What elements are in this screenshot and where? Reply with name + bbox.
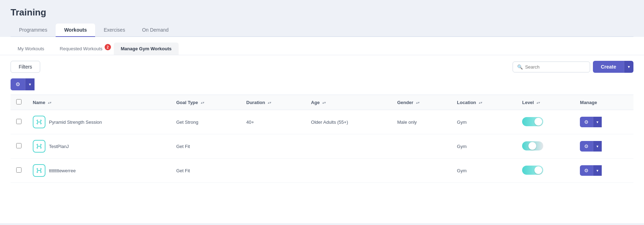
row-2-gender [391,134,451,159]
row-2-goal-type: Get Fit [171,134,241,159]
settings-dropdown-button[interactable]: ▾ [25,78,35,90]
filters-button[interactable]: Filters [11,61,40,73]
create-dropdown-button[interactable]: ▾ [624,61,633,73]
header-level: Level ▴▾ [516,95,574,110]
sort-goal-type-icon[interactable]: ▴▾ [201,101,204,104]
sort-level-icon[interactable]: ▴▾ [537,101,540,104]
header-gender: Gender ▴▾ [391,95,451,110]
row-1-level-cell [516,110,574,134]
page-header: Training Programmes Workouts Exercises O… [0,0,644,37]
row-checkbox-cell [11,110,27,134]
tab-workouts[interactable]: Workouts [56,24,95,37]
table-section: Name ▴▾ Goal Type ▴▾ Duration ▴▾ Age [0,95,644,183]
row-3-gender [391,159,451,183]
settings-row: ⚙ ▾ [0,78,644,95]
row-1-name-cell: Pyramid Strength Session [27,110,171,134]
settings-button[interactable]: ⚙ [11,78,25,90]
sort-name-icon[interactable]: ▴▾ [48,101,51,104]
subtab-manage-gym-workouts[interactable]: Manage Gym Workouts [114,43,179,55]
row-3-settings-group: ⚙ ▾ [580,165,628,176]
tab-exercises[interactable]: Exercises [95,24,134,37]
header-goal-type: Goal Type ▴▾ [171,95,241,110]
table-body: Pyramid Strength Session Get Strong 40+ … [11,110,633,183]
gear-icon: ⚙ [16,81,20,87]
sub-tabs: My Workouts Requested Workouts 2 Manage … [0,37,644,55]
requested-workouts-badge: 2 [105,44,111,50]
row-2-toggle[interactable] [522,141,543,150]
page-wrapper: Training Programmes Workouts Exercises O… [0,0,644,225]
row-1-location: Gym [451,110,516,134]
toolbar-left: Filters [11,61,40,73]
settings-button-group: ⚙ ▾ [11,78,633,90]
subtab-my-workouts[interactable]: My Workouts [11,43,51,55]
row-3-manage-cell: ⚙ ▾ [574,159,633,183]
row-3-level-cell [516,159,574,183]
create-button[interactable]: Create [593,61,624,73]
row-3-settings-button[interactable]: ⚙ [580,165,593,176]
workouts-table: Name ▴▾ Goal Type ▴▾ Duration ▴▾ Age [11,95,633,183]
header-manage: Manage [574,95,633,110]
create-button-group: Create ▾ [593,61,633,73]
row-3-name: ttttttttewerree [49,168,76,173]
toolbar: Filters 🔍 Create ▾ [0,55,644,78]
row-2-settings-button[interactable]: ⚙ [580,141,593,152]
search-box: 🔍 [513,62,590,72]
row-1-name: Pyramid Strength Session [49,120,102,125]
sort-age-icon[interactable]: ▴▾ [322,101,326,104]
sort-location-icon[interactable]: ▴▾ [479,101,482,104]
row-3-age [305,159,392,183]
chevron-down-icon: ▾ [628,64,630,69]
table-row: TestPlanJ Get Fit Gym [11,134,633,159]
row-2-manage-cell: ⚙ ▾ [574,134,633,159]
row-2-chevron-icon: ▾ [596,144,599,148]
row-2-checkbox[interactable] [16,143,21,148]
row-1-toggle[interactable] [522,117,543,126]
sort-gender-icon[interactable]: ▴▾ [416,101,420,104]
row-1-gender: Male only [391,110,451,134]
row-1-settings-button[interactable]: ⚙ [580,117,593,127]
row-2-location: Gym [451,134,516,159]
row-3-duration [241,159,305,183]
sort-duration-icon[interactable]: ▴▾ [268,101,271,104]
table-header-row: Name ▴▾ Goal Type ▴▾ Duration ▴▾ Age [11,95,633,110]
subtab-requested-workouts[interactable]: Requested Workouts 2 [53,43,112,55]
page-title: Training [11,7,633,18]
row-3-workout-icon [33,164,45,177]
row-1-settings-dropdown[interactable]: ▾ [593,117,602,127]
row-3-toggle[interactable] [522,166,543,175]
tab-ondemand[interactable]: On Demand [134,24,177,37]
row-1-checkbox[interactable] [16,119,21,124]
header-checkbox-cell [11,95,27,110]
row-1-toggle-thumb [534,118,542,126]
row-3-gear-icon: ⚙ [584,168,589,173]
row-2-workout-icon [33,140,45,153]
table-row: Pyramid Strength Session Get Strong 40+ … [11,110,633,134]
main-tabs: Programmes Workouts Exercises On Demand [11,24,633,37]
table-row: ttttttttewerree Get Fit Gym [11,159,633,183]
row-3-checkbox[interactable] [16,167,21,173]
search-input[interactable] [525,64,586,70]
row-1-manage-cell: ⚙ ▾ [574,110,633,134]
row-1-gear-icon: ⚙ [584,119,589,125]
select-all-checkbox[interactable] [16,99,21,104]
row-2-name-cell: TestPlanJ [27,134,171,159]
row-3-settings-dropdown[interactable]: ▾ [593,165,602,176]
row-2-name: TestPlanJ [49,144,69,149]
row-2-settings-dropdown[interactable]: ▾ [593,141,602,152]
row-2-toggle-thumb [528,142,536,150]
row-checkbox-cell [11,159,27,183]
row-3-location: Gym [451,159,516,183]
row-1-goal-type: Get Strong [171,110,241,134]
toolbar-right: 🔍 Create ▾ [513,61,633,73]
row-2-gear-icon: ⚙ [584,143,589,149]
header-name: Name ▴▾ [27,95,171,110]
row-3-goal-type: Get Fit [171,159,241,183]
row-2-settings-group: ⚙ ▾ [580,141,628,152]
row-3-chevron-icon: ▾ [596,168,599,173]
header-age: Age ▴▾ [305,95,392,110]
tab-programmes[interactable]: Programmes [11,24,56,37]
row-1-workout-icon [33,116,45,128]
row-3-name-cell: ttttttttewerree [27,159,171,183]
search-icon: 🔍 [517,64,523,70]
row-1-chevron-icon: ▾ [596,120,599,124]
